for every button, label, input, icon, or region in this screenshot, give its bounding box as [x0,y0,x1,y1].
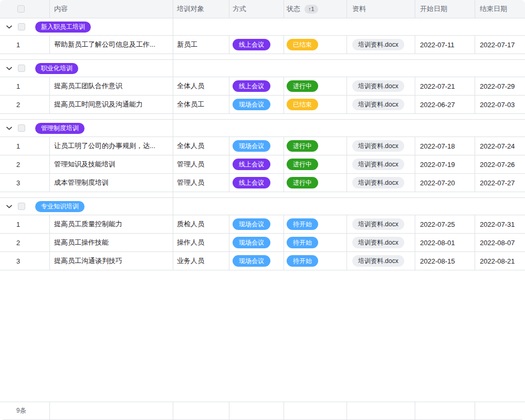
cell-end-date[interactable]: 2022-07-24 [475,137,525,155]
cell-method[interactable]: 现场会议 [229,137,284,155]
table-row[interactable]: 3 提高员工沟通谈判技巧 业务人员 现场会议 待开始 培训资料.docx 202… [0,252,525,270]
cell-method[interactable]: 现场会议 [229,234,284,252]
table-row[interactable]: 2 提高员工时间意识及沟通能力 全体员工 现场会议 已结束 培训资料.docx … [0,96,525,114]
chevron-down-icon[interactable] [6,25,12,29]
cell-end-date[interactable]: 2022-07-03 [475,96,525,114]
chevron-down-icon[interactable] [6,127,12,130]
cell-target[interactable]: 操作人员 [173,234,229,252]
cell-target[interactable]: 质检人员 [173,215,229,234]
cell-method[interactable]: 线上会议 [229,174,284,192]
cell-content[interactable]: 提高员工沟通谈判技巧 [50,252,173,270]
cell-start-date[interactable]: 2022-07-19 [415,155,475,174]
chevron-down-icon[interactable] [6,205,12,208]
cell-end-date[interactable]: 2022-07-17 [475,36,525,54]
table-row[interactable]: 1 提高员工质量控制能力 质检人员 现场会议 待开始 培训资料.docx 202… [0,215,525,234]
cell-method[interactable]: 线上会议 [229,77,284,96]
cell-material[interactable]: 培训资料.docx [347,36,415,54]
cell-content[interactable]: 成本管理制度培训 [50,174,173,192]
column-header-method[interactable]: 方式 [233,4,246,14]
cell-method[interactable]: 现场会议 [229,96,284,114]
cell-end-date[interactable]: 2022-07-26 [475,155,525,174]
cell-status[interactable]: 进行中 [284,155,347,174]
group-checkbox[interactable] [18,203,25,210]
column-header-end-date[interactable]: 结束日期 [480,4,507,14]
cell-end-date[interactable]: 2022-08-21 [475,252,525,270]
group-header[interactable]: 管理制度培训 [0,120,525,137]
group-checkbox[interactable] [18,23,25,30]
attachment-chip[interactable]: 培训资料.docx [352,218,404,230]
cell-content[interactable]: 提高员工时间意识及沟通能力 [50,96,173,114]
cell-status[interactable]: 已结束 [284,36,347,54]
attachment-chip[interactable]: 培训资料.docx [352,99,404,110]
cell-content[interactable]: 提高员工操作技能 [50,234,173,252]
cell-content[interactable]: 提高员工团队合作意识 [50,77,173,96]
table-row[interactable]: 2 管理知识及技能培训 管理人员 线上会议 进行中 培训资料.docx 2022… [0,155,525,174]
cell-end-date[interactable]: 2022-07-31 [475,215,525,234]
cell-method[interactable]: 现场会议 [229,215,284,234]
cell-status[interactable]: 进行中 [284,174,347,192]
cell-start-date[interactable]: 2022-07-18 [415,137,475,155]
cell-target[interactable]: 全体人员 [173,137,229,155]
cell-target[interactable]: 业务人员 [173,252,229,270]
attachment-chip[interactable]: 培训资料.docx [352,39,404,50]
table-row[interactable]: 2 提高员工操作技能 操作人员 现场会议 待开始 培训资料.docx 2022-… [0,234,525,252]
cell-content[interactable]: 帮助新员工了解公司信息及工作... [50,36,173,54]
cell-method[interactable]: 线上会议 [229,36,284,54]
cell-material[interactable]: 培训资料.docx [347,96,415,114]
attachment-chip[interactable]: 培训资料.docx [352,159,404,170]
cell-end-date[interactable]: 2022-07-29 [475,77,525,96]
cell-content[interactable]: 提高员工质量控制能力 [50,215,173,234]
cell-material[interactable]: 培训资料.docx [347,252,415,270]
cell-target[interactable]: 新员工 [173,36,229,54]
chevron-down-icon[interactable] [6,67,12,70]
table-row[interactable]: 1 让员工明了公司的办事规则，达... 全体人员 现场会议 进行中 培训资料.d… [0,137,525,155]
cell-status[interactable]: 待开始 [284,252,347,270]
cell-start-date[interactable]: 2022-07-25 [415,215,475,234]
group-header[interactable]: 专业知识培训 [0,198,525,215]
cell-start-date[interactable]: 2022-08-15 [415,252,475,270]
column-header-start-date[interactable]: 开始日期 [420,4,447,14]
cell-material[interactable]: 培训资料.docx [347,137,415,155]
group-checkbox[interactable] [18,124,25,132]
cell-target[interactable]: 全体员工 [173,96,229,114]
cell-end-date[interactable]: 2022-07-27 [475,174,525,192]
cell-status[interactable]: 进行中 [284,137,347,155]
cell-status[interactable]: 已结束 [284,96,347,114]
column-header-status[interactable]: 状态 [287,4,300,14]
cell-method[interactable]: 线上会议 [229,155,284,174]
cell-content[interactable]: 让员工明了公司的办事规则，达... [50,137,173,155]
cell-content[interactable]: 管理知识及技能培训 [50,155,173,174]
cell-material[interactable]: 培训资料.docx [347,174,415,192]
attachment-chip[interactable]: 培训资料.docx [352,140,404,152]
group-header[interactable]: 新入职员工培训 [0,18,525,36]
cell-target[interactable]: 管理人员 [173,174,229,192]
cell-material[interactable]: 培训资料.docx [347,155,415,174]
column-header-target[interactable]: 培训对象 [177,4,204,14]
cell-end-date[interactable]: 2022-08-07 [475,234,525,252]
cell-start-date[interactable]: 2022-07-11 [415,36,475,54]
sort-indicator-badge[interactable]: ↑1 [304,5,318,14]
select-all-checkbox[interactable] [17,5,25,13]
attachment-chip[interactable]: 培训资料.docx [352,255,404,267]
cell-start-date[interactable]: 2022-08-01 [415,234,475,252]
cell-material[interactable]: 培训资料.docx [347,77,415,96]
cell-method[interactable]: 现场会议 [229,252,284,270]
cell-start-date[interactable]: 2022-07-21 [415,77,475,96]
cell-status[interactable]: 待开始 [284,215,347,234]
table-row[interactable]: 3 成本管理制度培训 管理人员 线上会议 进行中 培训资料.docx 2022-… [0,174,525,192]
attachment-chip[interactable]: 培训资料.docx [352,177,404,188]
cell-status[interactable]: 待开始 [284,234,347,252]
cell-target[interactable]: 全体人员 [173,77,229,96]
group-header[interactable]: 职业化培训 [0,60,525,77]
column-header-content[interactable]: 内容 [54,4,68,14]
attachment-chip[interactable]: 培训资料.docx [352,237,404,248]
cell-material[interactable]: 培训资料.docx [347,234,415,252]
attachment-chip[interactable]: 培训资料.docx [352,80,404,92]
table-row[interactable]: 1 提高员工团队合作意识 全体人员 线上会议 进行中 培训资料.docx 202… [0,77,525,96]
cell-material[interactable]: 培训资料.docx [347,215,415,234]
column-header-material[interactable]: 资料 [352,4,366,14]
group-checkbox[interactable] [18,65,25,72]
cell-status[interactable]: 进行中 [284,77,347,96]
cell-target[interactable]: 管理人员 [173,155,229,174]
cell-start-date[interactable]: 2022-06-27 [415,96,475,114]
